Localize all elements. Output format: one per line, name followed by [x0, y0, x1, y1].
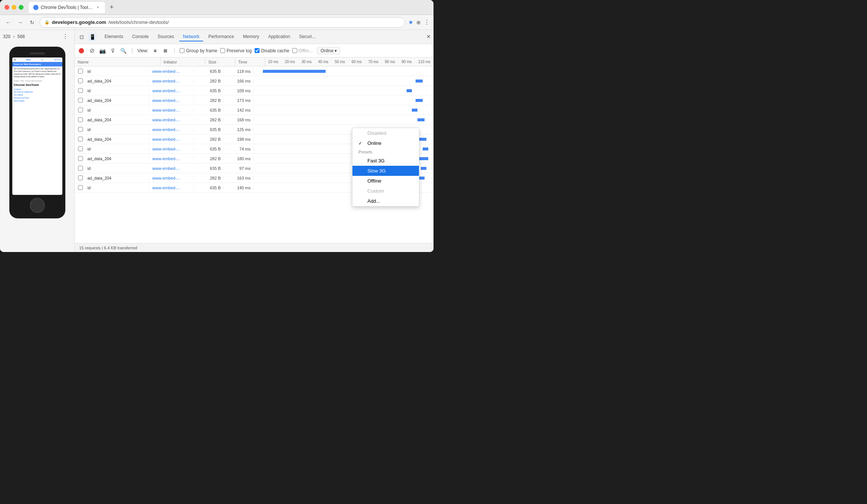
phone-contents-item-4: Device Mode [14, 99, 61, 102]
filter-button[interactable]: ⊽ [109, 47, 116, 55]
row-initiator: www-embed-... [149, 98, 194, 103]
mark-40ms: 40 ms [318, 60, 328, 64]
list-view-button[interactable]: ≡ [151, 47, 159, 55]
row-checkbox[interactable] [75, 127, 86, 132]
table-row[interactable]: id www-embed-... 635 B 109 ms [75, 86, 434, 96]
row-name: ad_data_204 [86, 176, 149, 180]
dropdown-item[interactable]: Offline [352, 176, 419, 186]
offline-input[interactable] [292, 48, 297, 53]
dimensions-more[interactable]: ⋮ [62, 33, 71, 40]
row-time: 74 ms [224, 147, 254, 151]
dropdown-item[interactable]: Disabled [352, 128, 419, 138]
tab-memory[interactable]: Memory [239, 32, 263, 41]
throttle-selector[interactable]: Online ▾ [317, 47, 340, 55]
url-path: /web/tools/chrome-devtools/ [108, 19, 169, 25]
tab-sources[interactable]: Sources [154, 32, 178, 41]
phone-hero-text: Tools for Web Developers [14, 63, 41, 65]
throttle-dropdown[interactable]: Disabled✓OnlinePresetsFast 3GSlow 3GOffl… [352, 128, 419, 206]
row-checkbox[interactable] [75, 175, 86, 180]
tab-close-button[interactable]: × [95, 5, 100, 10]
row-size: 282 B [194, 98, 224, 103]
minimize-button[interactable] [12, 5, 16, 10]
dropdown-item[interactable]: ✓Online [352, 138, 419, 148]
new-tab-button[interactable]: + [106, 2, 117, 13]
dropdown-item[interactable]: Slow 3G [352, 166, 419, 176]
table-row[interactable]: ad_data_204 www-embed-... 282 B 168 ms [75, 115, 434, 125]
row-checkbox[interactable] [75, 137, 86, 141]
column-time-header: Time [235, 57, 265, 66]
url-bar[interactable]: 🔒 developers.google.com /web/tools/chrom… [40, 17, 405, 28]
inspect-icon[interactable]: ⊡ [78, 33, 86, 41]
bookmark-icon[interactable]: ★ [408, 19, 413, 26]
group-by-frame-checkbox[interactable]: Group by frame [180, 48, 217, 53]
status-text: 15 requests | 6.4 KB transferred [79, 246, 137, 250]
dropdown-item[interactable]: Fast 3G [352, 156, 419, 166]
row-time: 163 ms [224, 176, 254, 180]
close-button[interactable] [4, 5, 9, 10]
row-time: 180 ms [224, 156, 254, 161]
waterfall-bar [419, 138, 426, 141]
back-button[interactable]: ← [4, 18, 13, 27]
row-name: ad_data_204 [86, 137, 149, 141]
preserve-log-checkbox[interactable]: Preserve log [220, 48, 252, 53]
screenshot-button[interactable]: 📷 [99, 47, 106, 55]
device-toolbar-icon[interactable]: 📱 [88, 33, 96, 41]
row-checkbox[interactable] [75, 166, 86, 171]
row-initiator: www-embed-... [149, 166, 194, 171]
disable-cache-input[interactable] [255, 48, 260, 53]
phone-title-text: Chrome DevTools [14, 83, 39, 87]
row-time: 125 ms [224, 127, 254, 132]
row-initiator: www-embed-... [149, 156, 194, 161]
record-button[interactable] [78, 47, 85, 55]
phone-signin: SIGN IN [54, 59, 61, 61]
row-checkbox[interactable] [75, 156, 86, 161]
row-checkbox[interactable] [75, 69, 86, 74]
phone-home-button[interactable] [30, 198, 45, 213]
offline-checkbox[interactable]: Offlin... [292, 48, 313, 53]
tab-network[interactable]: Network [179, 32, 203, 41]
phone-search-icon: 🔍 [41, 59, 43, 61]
row-checkbox[interactable] [75, 98, 86, 103]
table-row[interactable]: ad_data_204 www-embed-... 282 B 166 ms [75, 76, 434, 86]
tab-application[interactable]: Application [264, 32, 294, 41]
clear-button[interactable]: ⊘ [88, 47, 96, 55]
maximize-button[interactable] [19, 5, 24, 10]
group-by-frame-input[interactable] [180, 48, 184, 53]
search-button[interactable]: 🔍 [119, 47, 127, 55]
waterfall-bar [416, 99, 423, 102]
view-label: View: [137, 48, 148, 53]
active-tab[interactable]: Chrome DevTools | Tools for W × [29, 2, 105, 13]
tab-security[interactable]: Securi... [295, 32, 319, 41]
row-checkbox[interactable] [75, 88, 86, 93]
row-initiator: www-embed-... [149, 108, 194, 112]
table-row[interactable]: id www-embed-... 635 B 142 ms [75, 105, 434, 115]
tab-performance[interactable]: Performance [205, 32, 238, 41]
forward-button[interactable]: → [16, 18, 25, 27]
dropdown-item[interactable]: Custom [352, 186, 419, 196]
table-row[interactable]: ad_data_204 www-embed-... 282 B 173 ms [75, 96, 434, 105]
disable-cache-checkbox[interactable]: Disable cache [255, 48, 289, 53]
account-icon[interactable]: ⊕ [416, 19, 421, 25]
row-name: id [86, 186, 149, 190]
row-checkbox[interactable] [75, 117, 86, 122]
reload-button[interactable]: ↻ [28, 18, 37, 27]
tab-bar: Chrome DevTools | Tools for W × + [29, 2, 429, 13]
table-row[interactable]: id www-embed-... 635 B 118 ms [75, 66, 434, 76]
row-name: id [86, 69, 149, 74]
tab-elements[interactable]: Elements [101, 32, 127, 41]
row-checkbox[interactable] [75, 185, 86, 190]
row-waterfall [254, 76, 434, 85]
preserve-log-input[interactable] [220, 48, 225, 53]
devtools-close-button[interactable]: × [426, 33, 431, 41]
row-checkbox[interactable] [75, 146, 86, 151]
phone-page-title: Chrome DevTools [12, 83, 62, 87]
grid-view-button[interactable]: ⊞ [162, 47, 169, 55]
dropdown-item[interactable]: Add... [352, 196, 419, 206]
tab-console[interactable]: Console [128, 32, 152, 41]
row-size: 635 B [194, 166, 224, 171]
row-checkbox[interactable] [75, 108, 86, 112]
menu-icon[interactable]: ⋮ [424, 19, 430, 26]
row-size: 282 B [194, 137, 224, 141]
mark-60ms: 60 ms [351, 60, 361, 64]
row-checkbox[interactable] [75, 78, 86, 83]
